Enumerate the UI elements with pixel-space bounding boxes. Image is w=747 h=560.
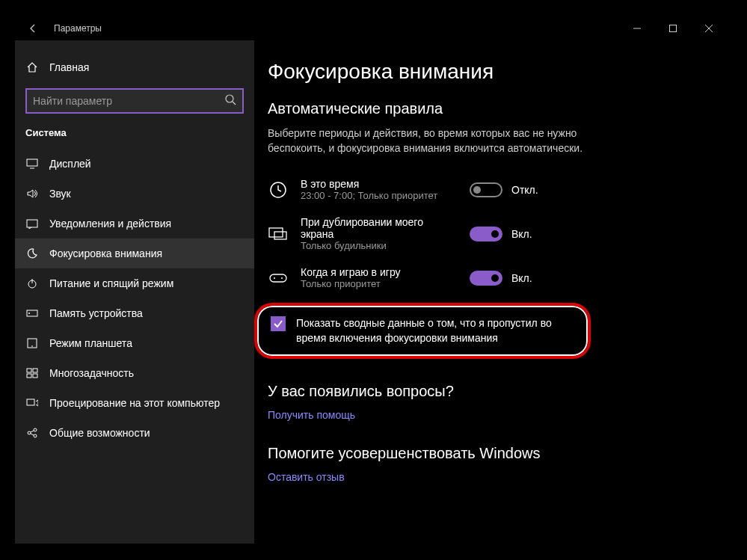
svg-rect-24 xyxy=(270,274,286,282)
svg-point-25 xyxy=(274,277,275,279)
summary-checkbox-label: Показать сводные данные о том, что я про… xyxy=(296,316,574,345)
svg-point-19 xyxy=(34,428,37,431)
svg-point-18 xyxy=(28,431,31,434)
nav-home[interactable]: Главная xyxy=(15,51,254,84)
sidebar-item-tablet[interactable]: Режим планшета xyxy=(15,328,254,358)
clock-icon xyxy=(268,179,289,200)
nav-home-label: Главная xyxy=(49,61,89,73)
sidebar-item-projecting[interactable]: Проецирование на этот компьютер xyxy=(15,388,254,418)
sidebar-item-label: Память устройства xyxy=(49,307,143,319)
summary-checkbox-highlight: Показать сводные данные о том, что я про… xyxy=(254,303,591,359)
rule-subtitle: 23:00 - 7:00; Только приоритет xyxy=(301,190,458,201)
svg-rect-17 xyxy=(27,399,34,405)
rules-description: Выберите периоды и действия, во время ко… xyxy=(268,126,627,156)
search-icon xyxy=(224,93,236,108)
sidebar-item-power[interactable]: Питание и спящий режим xyxy=(15,268,254,298)
toggle-label: Откл. xyxy=(511,184,538,196)
svg-rect-15 xyxy=(27,374,31,378)
improve-heading: Помогите усовершенствовать Windows xyxy=(268,445,719,462)
close-button[interactable] xyxy=(692,16,726,40)
rule-subtitle: Только приоритет xyxy=(301,278,458,289)
sidebar-item-label: Многозадачность xyxy=(49,367,134,379)
rule-subtitle: Только будильники xyxy=(301,240,458,251)
back-button[interactable] xyxy=(21,16,45,40)
window-title: Параметры xyxy=(54,23,102,34)
get-help-link[interactable]: Получить помощь xyxy=(268,409,719,421)
rule-playing-game[interactable]: Когда я играю в игру Только приоритет Вк… xyxy=(268,259,719,297)
search-input[interactable] xyxy=(33,95,224,107)
summary-checkbox[interactable] xyxy=(271,316,286,331)
duplicate-display-icon xyxy=(268,224,289,244)
page-title: Фокусировка внимания xyxy=(268,60,719,84)
sidebar-item-label: Уведомления и действия xyxy=(49,218,171,230)
sidebar-item-multitasking[interactable]: Многозадачность xyxy=(15,358,254,388)
sidebar-item-focus-assist[interactable]: Фокусировка внимания xyxy=(15,239,254,268)
search-box[interactable] xyxy=(25,88,244,114)
sidebar-item-notifications[interactable]: Уведомления и действия xyxy=(15,209,254,239)
titlebar: Параметры xyxy=(15,16,732,40)
sidebar-group-label: Система xyxy=(15,127,254,149)
minimize-button[interactable] xyxy=(620,16,654,40)
sidebar-item-label: Звук xyxy=(49,188,71,200)
multitask-icon xyxy=(25,366,39,380)
svg-point-2 xyxy=(226,95,233,102)
storage-icon xyxy=(25,307,39,320)
power-icon xyxy=(25,277,39,290)
project-icon xyxy=(25,396,39,410)
svg-rect-22 xyxy=(269,228,283,237)
sidebar-item-label: Проецирование на этот компьютер xyxy=(49,397,220,409)
svg-point-26 xyxy=(281,277,283,279)
content-area: Фокусировка внимания Автоматические прав… xyxy=(254,40,732,544)
rule-title: При дублировании моего экрана xyxy=(301,216,458,240)
gamepad-icon xyxy=(268,268,289,289)
toggle-label: Вкл. xyxy=(511,272,532,284)
svg-point-20 xyxy=(34,434,37,437)
toggle-game-rule[interactable] xyxy=(470,271,502,286)
svg-point-10 xyxy=(28,313,30,314)
svg-rect-23 xyxy=(274,232,286,239)
sidebar-item-label: Общие возможности xyxy=(49,427,150,439)
toggle-time-rule[interactable] xyxy=(470,182,502,197)
svg-rect-4 xyxy=(27,159,37,166)
svg-rect-14 xyxy=(33,369,37,372)
moon-icon xyxy=(25,247,39,260)
rule-title: В это время xyxy=(301,178,458,190)
svg-rect-6 xyxy=(27,220,37,227)
sidebar-item-label: Питание и спящий режим xyxy=(49,277,173,289)
sidebar-item-label: Режим планшета xyxy=(49,337,132,349)
sidebar-item-label: Фокусировка внимания xyxy=(49,247,162,259)
home-icon xyxy=(25,61,39,74)
sidebar-item-sound[interactable]: Звук xyxy=(15,179,254,209)
sidebar-item-storage[interactable]: Память устройства xyxy=(15,298,254,328)
rule-duplicating-display[interactable]: При дублировании моего экрана Только буд… xyxy=(268,209,719,259)
questions-heading: У вас появились вопросы? xyxy=(268,383,719,400)
sidebar-item-label: Дисплей xyxy=(49,158,91,170)
tablet-icon xyxy=(25,336,39,350)
sidebar: Главная Система Дисплей Звук Уведомления… xyxy=(15,40,254,544)
monitor-icon xyxy=(25,157,39,170)
sidebar-item-shared[interactable]: Общие возможности xyxy=(15,418,254,448)
settings-window: Параметры Главная Система Дисплей xyxy=(15,16,732,544)
share-icon xyxy=(25,426,39,440)
maximize-button[interactable] xyxy=(656,16,690,40)
sound-icon xyxy=(25,187,39,200)
toggle-label: Вкл. xyxy=(511,228,532,240)
svg-rect-13 xyxy=(27,369,31,372)
svg-rect-1 xyxy=(670,25,677,32)
rule-during-these-times[interactable]: В это время 23:00 - 7:00; Только приорит… xyxy=(268,170,719,209)
feedback-link[interactable]: Оставить отзыв xyxy=(268,471,719,483)
notification-icon xyxy=(25,217,39,230)
toggle-display-rule[interactable] xyxy=(470,227,502,241)
section-rules-heading: Автоматические правила xyxy=(268,100,719,117)
svg-line-3 xyxy=(233,102,236,105)
rule-title: Когда я играю в игру xyxy=(301,266,458,278)
sidebar-item-display[interactable]: Дисплей xyxy=(15,149,254,179)
svg-rect-16 xyxy=(33,374,37,378)
